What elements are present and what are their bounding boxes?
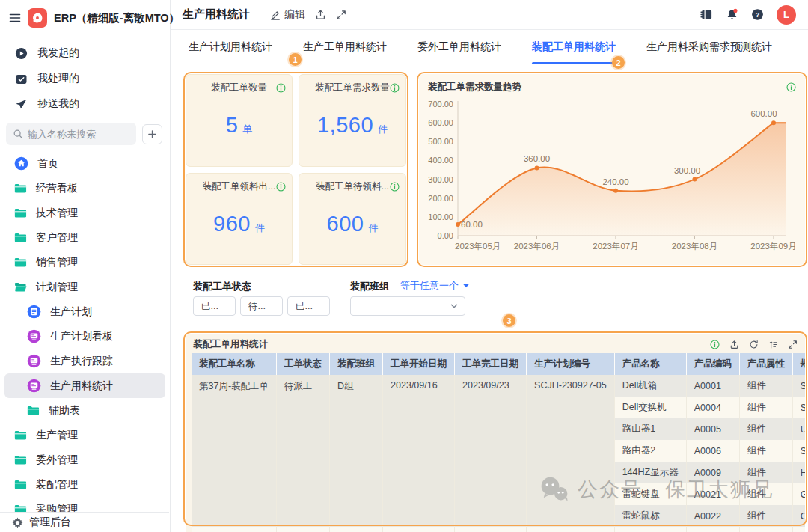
sidebar-item[interactable]: 生产计划看板 bbox=[4, 324, 165, 349]
sidebar-item[interactable]: 首页 bbox=[4, 151, 165, 176]
column-header[interactable]: 装配工单名称 bbox=[192, 353, 277, 375]
erp-screen: ERP（精细版-离散MTO） 我发起的我处理的抄送我的 首页经营看板技术管理客户… bbox=[0, 0, 808, 532]
app-logo bbox=[28, 8, 47, 28]
fullscreen-icon[interactable] bbox=[336, 10, 346, 20]
stat-card: 装配工单领料出...960件 bbox=[186, 173, 293, 266]
search-input[interactable] bbox=[28, 129, 129, 140]
sidebar-item[interactable]: 生产管理 bbox=[4, 423, 165, 447]
tab-item[interactable]: 装配工单用料统计 bbox=[532, 30, 616, 64]
search-box[interactable] bbox=[6, 123, 136, 145]
sidebar-item-label: 辅助表 bbox=[49, 404, 80, 418]
product-cell: A0009 bbox=[686, 462, 739, 483]
column-header[interactable]: 产品属性 bbox=[739, 353, 792, 375]
chevron-down-icon bbox=[450, 302, 459, 311]
column-header[interactable]: 工单状态 bbox=[277, 353, 330, 375]
sidebar-item[interactable]: 计划管理 bbox=[4, 275, 165, 299]
column-header[interactable]: 装配班组 bbox=[330, 353, 383, 375]
info-icon[interactable] bbox=[390, 182, 400, 192]
product-cell: HL60 bbox=[792, 462, 805, 483]
chart-header: 装配工单需求数量趋势 bbox=[419, 74, 805, 94]
sidebar-item-label: 装配管理 bbox=[36, 478, 78, 492]
product-cell: 组件 bbox=[739, 418, 792, 440]
column-header[interactable]: 产品名称 bbox=[614, 353, 686, 375]
app-title: ERP（精细版-离散MTO） bbox=[54, 11, 180, 25]
sidebar-item-label: 生产计划看板 bbox=[50, 330, 113, 343]
plus-icon bbox=[147, 129, 157, 139]
table-row-partial[interactable]: 第38周-装配工单已完工C组组件 bbox=[192, 527, 805, 532]
product-cell: 路由器1 bbox=[614, 418, 686, 440]
sidebar-item-label: 经营看板 bbox=[36, 182, 78, 195]
order-cell: 2023/09/23 bbox=[455, 375, 527, 527]
sidebar-footer-label: 管理后台 bbox=[29, 516, 71, 529]
tab-item[interactable]: 生产工单用料统计 bbox=[303, 30, 387, 64]
refresh-icon[interactable] bbox=[749, 340, 759, 349]
product-cell: SYR- bbox=[792, 397, 805, 418]
column-header[interactable]: 规格 bbox=[792, 353, 805, 375]
doc-blue-icon bbox=[27, 305, 41, 319]
team-operator-dropdown[interactable]: 等于任意一个 bbox=[400, 279, 470, 293]
help-icon[interactable]: ? bbox=[751, 8, 764, 21]
edit-button[interactable]: 编辑 bbox=[270, 8, 305, 22]
expand-icon[interactable] bbox=[788, 340, 798, 349]
sidebar-item[interactable]: 装配管理 bbox=[4, 472, 165, 497]
status-filter-button[interactable]: 待... bbox=[240, 296, 283, 316]
product-cell: 组件 bbox=[739, 462, 792, 483]
sidebar-quick-item[interactable]: 抄送我的 bbox=[0, 91, 170, 117]
info-icon[interactable] bbox=[390, 83, 400, 93]
page-title: 生产用料统计 bbox=[183, 7, 250, 22]
tab-item[interactable]: 生产用料采购需求预测统计 bbox=[646, 30, 772, 64]
add-button[interactable] bbox=[142, 124, 162, 144]
bell-icon[interactable] bbox=[726, 8, 738, 21]
column-header[interactable]: 工单完工日期 bbox=[455, 353, 527, 375]
svg-text:600.00: 600.00 bbox=[750, 109, 777, 118]
share-icon[interactable] bbox=[315, 9, 326, 20]
order-cell: 2023/09/16 bbox=[383, 375, 455, 527]
info-icon[interactable] bbox=[710, 340, 720, 349]
info-icon[interactable] bbox=[786, 82, 796, 92]
export-icon[interactable] bbox=[729, 340, 739, 349]
sidebar-item[interactable]: 生产执行跟踪 bbox=[4, 349, 165, 373]
sidebar-item[interactable]: 生产用料统计 bbox=[4, 373, 165, 398]
sidebar-item-admin[interactable]: 管理后台 bbox=[0, 512, 169, 532]
notebook-icon[interactable] bbox=[700, 8, 713, 21]
product-cell: 144HZ显示器 bbox=[614, 462, 686, 483]
stat-card-header: 装配工单领料出... bbox=[192, 180, 286, 193]
stat-card-title: 装配工单待领料... bbox=[305, 180, 390, 193]
team-filter-label: 装配班组 bbox=[350, 280, 389, 293]
row-height-icon[interactable] bbox=[768, 340, 778, 349]
info-icon[interactable] bbox=[276, 182, 286, 192]
info-icon[interactable] bbox=[276, 83, 286, 93]
status-filter-button[interactable]: 已... bbox=[287, 296, 330, 316]
stat-unit: 件 bbox=[378, 123, 388, 136]
sidebar-quick-item[interactable]: 我发起的 bbox=[0, 40, 170, 66]
sidebar-quick-item[interactable]: 我处理的 bbox=[0, 66, 170, 91]
folder-icon bbox=[14, 257, 27, 268]
folder-icon bbox=[14, 233, 27, 243]
column-header[interactable]: 产品编码 bbox=[686, 353, 739, 375]
sidebar-item-label: 计划管理 bbox=[36, 281, 78, 294]
stat-card: 装配工单需求数量1,560件 bbox=[299, 74, 406, 167]
sidebar-search-row bbox=[0, 117, 170, 150]
table-row[interactable]: 第37周-装配工单待派工D组2023/09/162023/09/23SCJH-2… bbox=[192, 375, 805, 397]
sidebar-item[interactable]: 生产计划 bbox=[4, 299, 165, 324]
sidebar-item[interactable]: 客户管理 bbox=[4, 225, 165, 250]
assembly-team-select[interactable] bbox=[350, 296, 465, 316]
sidebar-item[interactable]: 销售管理 bbox=[4, 250, 165, 275]
hamburger-menu-icon[interactable] bbox=[9, 12, 21, 24]
partial-cell: 已完工 bbox=[277, 527, 330, 532]
user-avatar[interactable]: L bbox=[777, 5, 796, 25]
sidebar-item[interactable]: 经营看板 bbox=[4, 176, 165, 201]
tab-bar: 生产计划用料统计生产工单用料统计委外工单用料统计装配工单用料统计生产用料采购需求… bbox=[171, 30, 808, 64]
column-header[interactable]: 工单开始日期 bbox=[383, 353, 455, 375]
tab-item[interactable]: 委外工单用料统计 bbox=[417, 30, 501, 64]
svg-text:200.00: 200.00 bbox=[428, 194, 453, 203]
svg-text:240.00: 240.00 bbox=[602, 177, 628, 186]
tab-item[interactable]: 生产计划用料统计 bbox=[189, 30, 272, 64]
sidebar-item-label: 客户管理 bbox=[36, 231, 78, 245]
stat-card-title: 装配工单数量 bbox=[192, 82, 276, 94]
column-header[interactable]: 生产计划编号 bbox=[527, 353, 615, 375]
sidebar-item[interactable]: 辅助表 bbox=[4, 398, 165, 423]
status-filter-button[interactable]: 已... bbox=[193, 296, 236, 316]
sidebar-item[interactable]: 技术管理 bbox=[4, 201, 165, 225]
sidebar-item[interactable]: 委外管理 bbox=[4, 447, 165, 472]
